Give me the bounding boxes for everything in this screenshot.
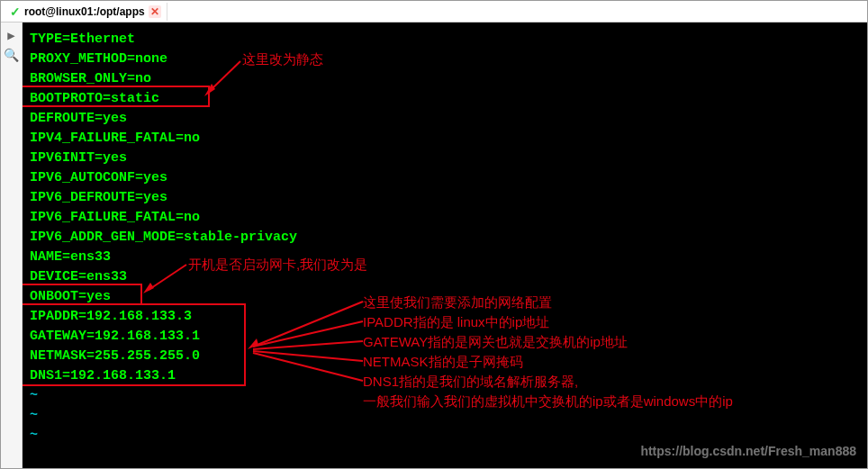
annotation-netmask: NETMASK指的是子网掩码 <box>363 352 523 372</box>
config-line: BOOTPROTO=static <box>30 89 867 109</box>
config-line: DEFROUTE=yes <box>30 109 867 129</box>
config-line: IPV6INIT=yes <box>30 149 867 168</box>
annotation-network-header: 这里使我们需要添加的网络配置 <box>363 293 552 312</box>
watermark: https://blog.csdn.net/Fresh_man888 <box>640 441 856 461</box>
config-line: IPV6_ADDR_GEN_MODE=stable-privacy <box>30 228 867 248</box>
close-icon[interactable]: ✕ <box>149 5 161 18</box>
config-line: PROXY_METHOD=none <box>30 50 867 69</box>
terminal[interactable]: TYPE=Ethernet PROXY_METHOD=none BROWSER_… <box>23 23 867 468</box>
config-line: IPV6_FAILURE_FATAL=no <box>30 208 867 228</box>
config-line: DEVICE=ens33 <box>30 267 867 287</box>
config-line: NAME=ens33 <box>30 248 867 267</box>
tab-title: root@linux01:/opt/apps <box>24 5 145 18</box>
gutter: ▶ 🔍 <box>1 23 23 468</box>
config-line: BROWSER_ONLY=no <box>30 69 867 89</box>
annotation-gateway: GATEWAY指的是网关也就是交换机的ip地址 <box>363 332 628 352</box>
config-line: TYPE=Ethernet <box>30 30 867 50</box>
annotation-onboot: 开机是否启动网卡,我们改为是 <box>188 255 367 275</box>
tab-bar: ✓ root@linux01:/opt/apps ✕ <box>1 1 867 23</box>
config-line: IPV4_FAILURE_FATAL=no <box>30 129 867 149</box>
search-icon[interactable]: 🔍 <box>5 48 19 62</box>
config-line: IPV6_AUTOCONF=yes <box>30 168 867 188</box>
annotation-ipaddr: IPADDR指的是 linux中的ip地址 <box>363 312 549 332</box>
annotation-dns1: DNS1指的是我们的域名解析服务器, <box>363 372 578 392</box>
annotation-static: 这里改为静态 <box>242 50 323 69</box>
check-icon: ✓ <box>10 5 21 19</box>
config-line: IPV6_DEFROUTE=yes <box>30 188 867 208</box>
annotation-dns1-extra: 一般我们输入我们的虚拟机中交换机的ip或者是windows中的ip <box>363 392 733 411</box>
terminal-tab[interactable]: ✓ root@linux01:/opt/apps ✕ <box>5 3 167 21</box>
arrow-right-icon[interactable]: ▶ <box>5 28 19 42</box>
